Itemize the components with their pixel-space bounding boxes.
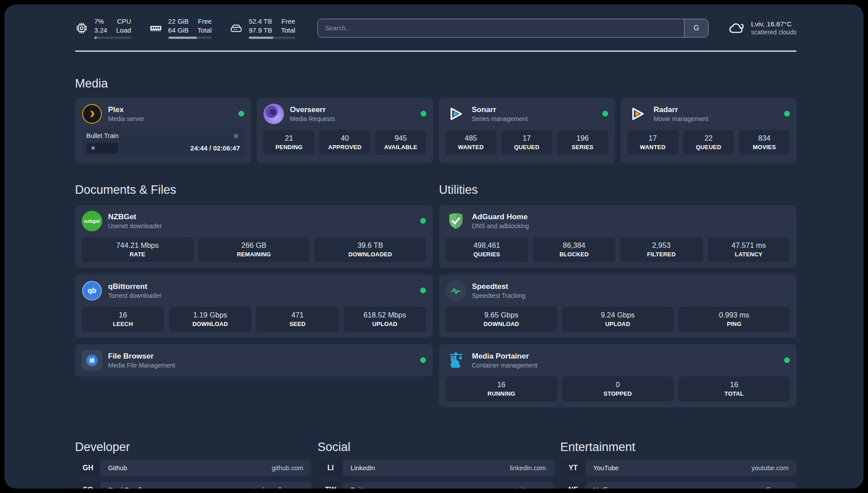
file-browser-card[interactable]: File Browser Media File Management xyxy=(75,344,433,376)
speedtest-card[interactable]: Speedtest Speedtest Tracking 9.65 GbpsDO… xyxy=(439,275,797,338)
bookmark-netflix[interactable]: NF Netflix netflix.com xyxy=(560,482,797,489)
sonarr-icon xyxy=(446,104,466,124)
stat-rate: 744.21 MbpsRATE xyxy=(82,237,193,262)
documents-section-heading: Documents & Files xyxy=(75,183,433,197)
portainer-crane-icon xyxy=(446,350,466,371)
status-dot xyxy=(420,357,426,363)
disk-free-value: 52.4 TB xyxy=(249,17,272,26)
bookmark-url: netflix.com xyxy=(758,486,789,489)
utilities-section-heading: Utilities xyxy=(439,183,797,197)
radarr-card[interactable]: Radarr Movie management 17WANTED 22QUEUE… xyxy=(621,98,797,163)
stat-latency: 47.571 msLATENCY xyxy=(708,237,790,262)
documents-column: Documents & Files nzbget NZBGet Usenet d… xyxy=(75,183,433,407)
ram-free-value: 22 GiB xyxy=(168,17,189,26)
stat-seed: 471SEED xyxy=(256,307,339,332)
disk-label-2: Total xyxy=(281,26,295,35)
ram-progress-bar xyxy=(168,37,212,39)
card-subtitle: Movie management xyxy=(654,115,709,122)
stat-pending: 21PENDING xyxy=(263,130,314,155)
stat-stopped: 0STOPPED xyxy=(562,376,674,401)
card-subtitle: Torrent downloader xyxy=(108,292,162,299)
stat-available: 945AVAILABLE xyxy=(375,130,426,155)
bookmark-github[interactable]: GH Github github.com xyxy=(75,460,311,476)
status-dot xyxy=(784,111,790,117)
social-bookmark-group: Social LI LinkedIn linkedin.com TW Twitt… xyxy=(317,440,554,489)
disk-stat: 52.4 TB 97.9 TB Free Total xyxy=(230,17,295,39)
card-subtitle: Media Requests xyxy=(290,115,335,122)
weather-condition: scattered clouds xyxy=(751,29,797,36)
bookmark-stackoverflow[interactable]: SO StackOverflow stackoverflow.com xyxy=(75,482,311,489)
sonarr-card[interactable]: Sonarr Series management 485WANTED 17QUE… xyxy=(439,98,615,163)
stat-queued: 22QUEUED xyxy=(683,130,734,155)
stat-running: 16RUNNING xyxy=(446,376,557,401)
bookmark-name: Netflix xyxy=(593,486,611,489)
stat-leech: 16LEECH xyxy=(82,307,164,332)
hard-drive-icon xyxy=(230,21,243,35)
overseerr-card[interactable]: Overseerr Media Requests 21PENDING 40APP… xyxy=(257,98,433,163)
qbittorrent-icon: qb xyxy=(82,280,102,301)
player-settings-gear-icon[interactable] xyxy=(232,132,240,140)
media-section-heading: Media xyxy=(75,77,797,91)
bookmark-name: Github xyxy=(108,464,127,472)
now-playing-title: Bullet Train xyxy=(86,132,119,139)
pause-icon xyxy=(90,145,96,151)
stat-approved: 40APPROVED xyxy=(319,130,370,155)
cpu-load-value: 3.24 xyxy=(94,26,107,35)
status-dot xyxy=(602,111,608,117)
bookmark-youtube[interactable]: YT YouTube youtube.com xyxy=(560,460,797,476)
stat-queued: 17QUEUED xyxy=(501,130,552,155)
qbittorrent-card[interactable]: qb qBittorrent Torrent downloader 16LEEC… xyxy=(75,275,433,338)
search-provider-button[interactable]: G xyxy=(684,19,708,37)
bookmark-twitter[interactable]: TW Twitter twitter.com xyxy=(317,482,554,489)
bookmark-name: Twitter xyxy=(351,486,370,489)
cpu-usage-value: 7% xyxy=(94,17,107,26)
weather-widget[interactable]: Lviv, 16.87°C scattered clouds xyxy=(728,20,797,37)
weather-location-temp: Lviv, 16.87°C xyxy=(751,20,797,28)
card-title: Sonarr xyxy=(472,105,528,114)
card-title: Plex xyxy=(108,105,144,114)
status-dot xyxy=(784,357,790,363)
status-dot xyxy=(420,288,426,293)
pause-button[interactable] xyxy=(86,143,118,154)
stat-download: 1.19 GbpsDOWNLOAD xyxy=(169,307,252,332)
nzbget-card[interactable]: nzbget NZBGet Usenet downloader 744.21 M… xyxy=(75,205,433,268)
stat-series: 196SERIES xyxy=(557,130,608,155)
social-heading: Social xyxy=(317,440,554,454)
card-title: Media Portainer xyxy=(472,352,537,361)
adguard-home-card[interactable]: AdGuard Home DNS and adblocking 498,461Q… xyxy=(439,205,797,268)
bookmark-name: LinkedIn xyxy=(351,464,375,472)
portainer-card[interactable]: Media Portainer Container management 16R… xyxy=(439,344,797,407)
card-title: AdGuard Home xyxy=(472,213,529,221)
card-title: Overseerr xyxy=(290,105,335,114)
entertainment-heading: Entertainment xyxy=(560,440,797,454)
status-dot xyxy=(238,111,244,117)
cpu-progress-bar xyxy=(94,37,131,39)
media-card-grid: Plex Media server Bullet Train xyxy=(75,98,797,163)
cpu-chip-icon xyxy=(75,21,88,35)
plex-card[interactable]: Plex Media server Bullet Train xyxy=(75,98,251,163)
cloud-icon xyxy=(728,20,745,37)
bookmark-url: youtube.com xyxy=(751,464,789,472)
card-subtitle: Usenet downloader xyxy=(108,222,162,230)
stat-queries: 498,461QUERIES xyxy=(446,237,528,262)
stat-ping: 0.993 msPING xyxy=(678,307,790,332)
stat-movies: 834MOVIES xyxy=(739,130,790,155)
bookmark-url: github.com xyxy=(271,464,303,472)
stat-downloaded: 39.6 TBDOWNLOADED xyxy=(314,237,426,262)
card-subtitle: Container management xyxy=(472,362,537,369)
top-bar: 7% 3.24 CPU Load xyxy=(75,17,797,39)
ram-label-2: Total xyxy=(197,26,212,35)
card-subtitle: DNS and adblocking xyxy=(472,222,529,230)
radarr-icon xyxy=(627,104,648,124)
cpu-stat: 7% 3.24 CPU Load xyxy=(75,17,131,39)
utilities-column: Utilities AdGuard Home DNS and adblockin… xyxy=(439,183,797,407)
developer-bookmark-group: Developer GH Github github.com SO StackO… xyxy=(75,440,311,489)
card-title: qBittorrent xyxy=(108,282,162,291)
bookmark-url: linkedin.com xyxy=(510,464,546,472)
entertainment-bookmark-group: Entertainment YT YouTube youtube.com NF … xyxy=(560,440,797,489)
card-title: Speedtest xyxy=(472,282,526,291)
bookmark-name: StackOverflow xyxy=(108,486,150,489)
disk-progress-bar xyxy=(249,37,295,39)
search-input[interactable] xyxy=(318,19,684,37)
bookmark-linkedin[interactable]: LI LinkedIn linkedin.com xyxy=(317,460,554,476)
